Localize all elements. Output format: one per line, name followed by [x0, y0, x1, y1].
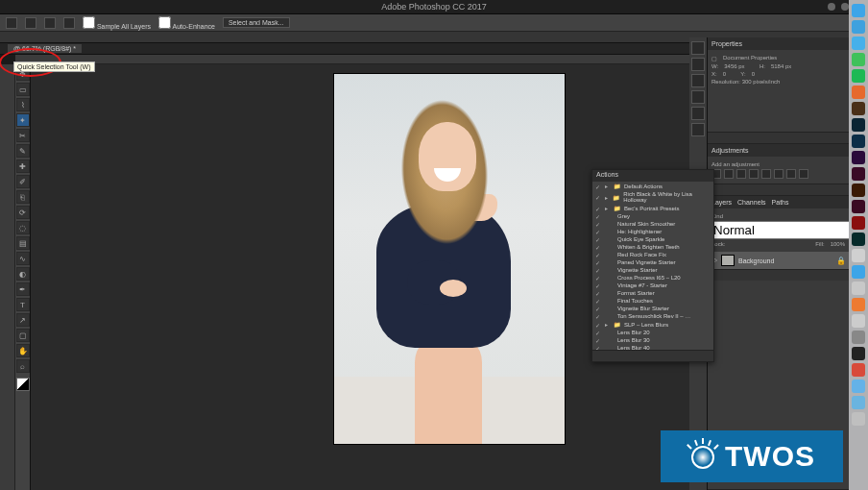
- pen-tool[interactable]: ✒: [16, 282, 30, 296]
- gradient-tool[interactable]: ▤: [16, 236, 30, 250]
- app4-icon[interactable]: [852, 298, 865, 311]
- rectangle-tool[interactable]: ▢: [16, 329, 30, 342]
- fill-value[interactable]: 100%: [831, 241, 845, 247]
- bridge-icon[interactable]: [852, 102, 865, 115]
- brush-add-icon[interactable]: [25, 17, 36, 29]
- path-selection-tool[interactable]: ↗: [16, 313, 30, 327]
- action-item[interactable]: ✓Vintage #7 - Starter: [592, 282, 713, 289]
- adj-photo-filter-icon[interactable]: [799, 169, 808, 179]
- character-panel-icon[interactable]: [691, 107, 705, 120]
- lightroom-icon[interactable]: [852, 118, 865, 132]
- action-item[interactable]: ✓Lens Blur 20: [592, 329, 713, 336]
- adjustments-tab[interactable]: Adjustments: [711, 147, 749, 154]
- actions-tab[interactable]: Actions: [596, 171, 618, 178]
- safari-icon[interactable]: [852, 20, 865, 34]
- blur-tool[interactable]: ∿: [16, 252, 30, 265]
- actions-panel[interactable]: Actions ✓▸📁 Default Actions✓▸📁 Rich Blac…: [591, 169, 714, 362]
- swatches-panel-icon[interactable]: [691, 74, 705, 87]
- minimize-button[interactable]: [828, 3, 835, 11]
- action-item[interactable]: ✓▸📁 SLP – Lens Blurs: [592, 320, 713, 329]
- channels-tab[interactable]: Channels: [737, 199, 766, 206]
- finder-icon[interactable]: [852, 4, 865, 17]
- action-item[interactable]: ✓Whiten & Brighten Teeth: [592, 243, 713, 251]
- action-item[interactable]: ✓▸📁 Bec's Portrait Presets: [592, 204, 713, 212]
- eyedropper-tool[interactable]: ✎: [16, 144, 30, 158]
- quick-selection-tool[interactable]: ✦: [16, 113, 30, 127]
- rectangular-marquee-tool[interactable]: ▭: [16, 83, 30, 96]
- action-item[interactable]: ✓Format Starter: [592, 289, 713, 297]
- terminal-icon[interactable]: [852, 347, 865, 360]
- foreground-background-swatch[interactable]: [16, 378, 30, 391]
- action-item[interactable]: ✓▸📁 Rich Black & White by Lisa Holloway: [592, 190, 713, 204]
- app5-icon[interactable]: [852, 314, 865, 328]
- adj-hue-icon[interactable]: [774, 169, 784, 179]
- spotify-icon[interactable]: [852, 69, 865, 83]
- zoom-tool[interactable]: ⌕: [16, 359, 30, 373]
- paragraph-panel-icon[interactable]: [691, 123, 705, 136]
- maximize-button[interactable]: [841, 3, 849, 11]
- sample-all-layers-checkbox[interactable]: Sample All Layers: [83, 16, 151, 30]
- firefox-icon[interactable]: [852, 86, 865, 99]
- adj-bw-icon[interactable]: [786, 169, 796, 179]
- brush-tool[interactable]: ✐: [16, 175, 30, 188]
- audition-icon[interactable]: [852, 233, 865, 246]
- adj-vibrance-icon[interactable]: [761, 169, 771, 179]
- paths-tab[interactable]: Paths: [772, 199, 789, 206]
- brush-picker-icon[interactable]: [63, 17, 75, 29]
- adj-levels-icon[interactable]: [724, 169, 734, 179]
- folder-icon[interactable]: [852, 396, 865, 409]
- crop-tool[interactable]: ✂: [16, 129, 30, 142]
- app3-icon[interactable]: [852, 282, 865, 295]
- lasso-tool[interactable]: ⌇: [16, 98, 30, 111]
- brush-subtract-icon[interactable]: [44, 17, 56, 29]
- history-panel-icon[interactable]: [691, 41, 705, 55]
- action-item[interactable]: ✓Vignette Starter: [592, 266, 713, 274]
- adj-exposure-icon[interactable]: [749, 169, 759, 179]
- layer-name[interactable]: Background: [738, 257, 774, 264]
- eraser-tool[interactable]: ◌: [16, 221, 30, 234]
- hand-tool[interactable]: ✋: [16, 344, 30, 357]
- libraries-panel-icon[interactable]: [691, 90, 705, 104]
- app6-icon[interactable]: [852, 363, 865, 377]
- media-encoder-icon[interactable]: [852, 167, 865, 181]
- document-canvas[interactable]: [334, 74, 565, 444]
- blend-mode-select[interactable]: [711, 221, 868, 239]
- app-icon[interactable]: [852, 249, 865, 262]
- action-item[interactable]: ✓He: Highlightener: [592, 228, 713, 235]
- mail-icon[interactable]: [852, 37, 865, 50]
- system-prefs-icon[interactable]: [852, 331, 865, 344]
- auto-enhance-checkbox[interactable]: Auto-Enhance: [158, 16, 215, 30]
- action-item[interactable]: ✓Quick Eye Sparkle: [592, 235, 713, 243]
- adj-curves-icon[interactable]: [736, 169, 746, 179]
- document-tab[interactable]: @ 66.7% (RGB/8#) *: [8, 44, 82, 53]
- messages-icon[interactable]: [852, 53, 865, 66]
- action-item[interactable]: ✓Grey: [592, 212, 713, 220]
- action-item[interactable]: ✓Red Rock Face Fix: [592, 251, 713, 258]
- trash-icon[interactable]: [852, 412, 865, 426]
- indesign-icon[interactable]: [852, 200, 865, 213]
- action-item[interactable]: ✓Lens Blur 30: [592, 336, 713, 344]
- action-item[interactable]: ✓Paned Vignette Starter: [592, 258, 713, 266]
- color-panel-icon[interactable]: [691, 58, 705, 71]
- layers-tab[interactable]: Layers: [711, 199, 732, 206]
- app7-icon[interactable]: [852, 380, 865, 393]
- action-item[interactable]: ✓Ton Sensuschlick Rev II – …: [592, 312, 713, 320]
- layer-thumbnail[interactable]: [721, 255, 735, 266]
- action-item[interactable]: ✓▸📁 Default Actions: [592, 182, 713, 190]
- type-tool[interactable]: T: [16, 298, 30, 311]
- illustrator-icon[interactable]: [852, 184, 865, 197]
- history-brush-tool[interactable]: ⟳: [16, 206, 30, 219]
- action-item[interactable]: ✓Cross Process I65 – L20: [592, 274, 713, 282]
- clone-stamp-tool[interactable]: ⎗: [16, 190, 30, 204]
- tool-preset-icon[interactable]: [6, 17, 17, 29]
- dodge-tool[interactable]: ◐: [16, 267, 30, 281]
- acrobat-icon[interactable]: [852, 216, 865, 230]
- ps-icon[interactable]: [852, 135, 865, 148]
- spot-healing-tool[interactable]: ✚: [16, 159, 30, 173]
- action-item[interactable]: ✓Final Touches: [592, 297, 713, 305]
- pr-icon[interactable]: [852, 151, 865, 164]
- select-and-mask-button[interactable]: Select and Mask...: [223, 17, 290, 28]
- properties-tab[interactable]: Properties: [711, 40, 742, 47]
- layer-background[interactable]: 👁 Background 🔒: [708, 252, 849, 269]
- app2-icon[interactable]: [852, 265, 865, 279]
